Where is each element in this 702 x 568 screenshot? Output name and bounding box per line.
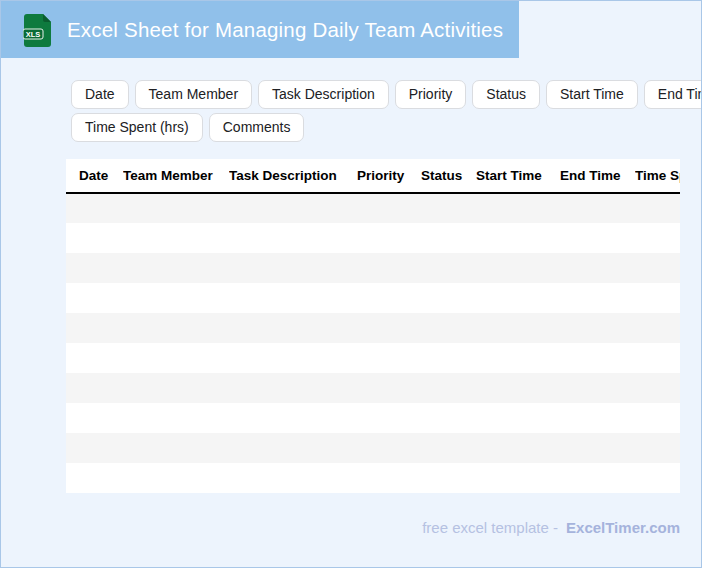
col-header-start-time: Start Time bbox=[476, 159, 560, 193]
col-header-priority: Priority bbox=[357, 159, 421, 193]
title-bar: XLS Excel Sheet for Managing Daily Team … bbox=[1, 1, 519, 58]
col-header-task-description: Task Description bbox=[229, 159, 357, 193]
table-row bbox=[66, 403, 680, 433]
column-chip-list: Date Team Member Task Description Priori… bbox=[71, 80, 702, 142]
footer-text: free excel template - bbox=[422, 519, 558, 536]
empty-cell bbox=[66, 403, 680, 433]
chip-time-spent[interactable]: Time Spent (hrs) bbox=[71, 113, 203, 142]
chip-date[interactable]: Date bbox=[71, 80, 129, 109]
chip-team-member[interactable]: Team Member bbox=[135, 80, 252, 109]
empty-cell bbox=[66, 283, 680, 313]
col-header-end-time: End Time bbox=[560, 159, 635, 193]
empty-cell bbox=[66, 433, 680, 463]
empty-cell bbox=[66, 343, 680, 373]
table-row bbox=[66, 283, 680, 313]
table-row bbox=[66, 463, 680, 493]
col-header-date: Date bbox=[66, 159, 123, 193]
footer-credit: free excel template - ExcelTimer.com bbox=[422, 519, 680, 536]
spreadsheet-preview: Date Team Member Task Description Priori… bbox=[66, 159, 680, 493]
table-row bbox=[66, 373, 680, 403]
chip-end-time[interactable]: End Time bbox=[644, 80, 702, 109]
page-title: Excel Sheet for Managing Daily Team Acti… bbox=[67, 18, 503, 42]
empty-cell bbox=[66, 223, 680, 253]
table-row bbox=[66, 193, 680, 223]
table-row bbox=[66, 343, 680, 373]
table-row bbox=[66, 253, 680, 283]
table-row bbox=[66, 433, 680, 463]
chip-start-time[interactable]: Start Time bbox=[546, 80, 638, 109]
chip-priority[interactable]: Priority bbox=[395, 80, 467, 109]
svg-text:XLS: XLS bbox=[26, 29, 41, 38]
chip-row-2: Time Spent (hrs) Comments bbox=[71, 113, 702, 142]
activities-table: Date Team Member Task Description Priori… bbox=[66, 159, 680, 493]
col-header-time-spent: Time Spent (hrs) bbox=[635, 159, 680, 193]
table-row bbox=[66, 313, 680, 343]
empty-cell bbox=[66, 193, 680, 223]
page: XLS Excel Sheet for Managing Daily Team … bbox=[0, 0, 702, 568]
table-body bbox=[66, 193, 680, 493]
empty-cell bbox=[66, 373, 680, 403]
col-header-team-member: Team Member bbox=[123, 159, 229, 193]
table-row bbox=[66, 223, 680, 253]
empty-cell bbox=[66, 463, 680, 493]
empty-cell bbox=[66, 253, 680, 283]
col-header-status: Status bbox=[421, 159, 476, 193]
chip-task-description[interactable]: Task Description bbox=[258, 80, 389, 109]
table-header: Date Team Member Task Description Priori… bbox=[66, 159, 680, 193]
footer-brand-link[interactable]: ExcelTimer.com bbox=[566, 519, 680, 536]
chip-status[interactable]: Status bbox=[472, 80, 540, 109]
table-header-row: Date Team Member Task Description Priori… bbox=[66, 159, 680, 193]
chip-row-1: Date Team Member Task Description Priori… bbox=[71, 80, 702, 109]
chip-comments[interactable]: Comments bbox=[209, 113, 305, 142]
xls-file-icon: XLS bbox=[23, 12, 53, 48]
empty-cell bbox=[66, 313, 680, 343]
